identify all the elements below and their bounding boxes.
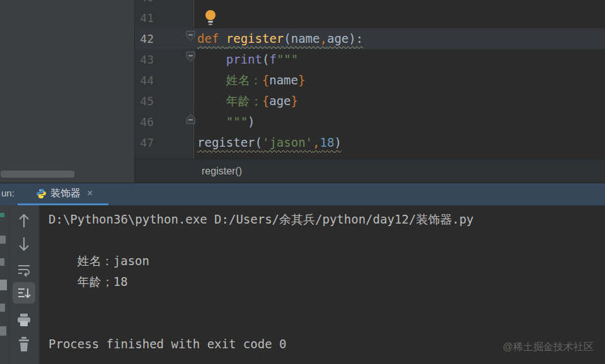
down-stacktrace-button[interactable] bbox=[16, 236, 32, 256]
toolbar-divider bbox=[9, 205, 9, 364]
code-text: 姓名：{name} bbox=[197, 70, 305, 91]
console-toolbar bbox=[0, 205, 39, 364]
soft-wrap-button[interactable] bbox=[16, 262, 32, 280]
settings-icon[interactable] bbox=[0, 304, 5, 312]
run-label: un: bbox=[1, 183, 14, 203]
code-line[interactable]: 43 print(f""" bbox=[135, 49, 605, 70]
code-editor[interactable]: 404142def register(name,age):43 print(f"… bbox=[135, 0, 605, 183]
project-panel bbox=[0, 0, 135, 183]
code-text: def register(name,age): bbox=[197, 28, 363, 49]
stop-icon[interactable] bbox=[0, 236, 6, 244]
line-number[interactable]: 42 bbox=[135, 28, 154, 49]
tab-run-decorator[interactable]: 装饰器 × bbox=[18, 183, 108, 203]
code-line[interactable]: 44 姓名：{name} bbox=[135, 70, 605, 91]
pycharm-window: 404142def register(name,age):43 print(f"… bbox=[0, 0, 605, 364]
code-text: register('jason',18) bbox=[197, 132, 342, 153]
python-icon bbox=[36, 188, 47, 202]
code-line[interactable]: 41 bbox=[135, 8, 605, 28]
rerun-icon[interactable] bbox=[0, 213, 4, 217]
fold-marker-up-icon[interactable] bbox=[185, 113, 197, 128]
watermark: @稀土掘金技术社区 bbox=[503, 341, 594, 354]
intention-bulb-icon[interactable] bbox=[204, 9, 217, 30]
tab-title[interactable]: 装饰器 bbox=[50, 183, 81, 203]
fold-marker-down-icon[interactable] bbox=[185, 50, 197, 65]
line-number[interactable]: 46 bbox=[135, 111, 154, 132]
hide-icon[interactable] bbox=[0, 326, 6, 336]
code-line[interactable]: 45 年龄；{age} bbox=[135, 91, 605, 111]
code-text: 年龄；{age} bbox=[197, 91, 298, 111]
line-number[interactable]: 47 bbox=[135, 132, 154, 153]
run-tool-window-header: un: 装饰器 × bbox=[0, 183, 605, 206]
scroll-to-end-button[interactable] bbox=[16, 286, 32, 304]
horizontal-scrollbar-thumb[interactable] bbox=[1, 171, 74, 178]
code-line[interactable]: 42def register(name,age): bbox=[135, 28, 605, 49]
code-line[interactable]: 46 """) bbox=[135, 111, 605, 132]
pin-icon[interactable] bbox=[0, 280, 7, 290]
console-output[interactable]: D:\Python36\python.exe D:/Users/余其兵/pyth… bbox=[49, 209, 474, 355]
code-line[interactable]: 40 bbox=[135, 0, 605, 8]
line-number[interactable]: 45 bbox=[135, 91, 154, 111]
code-text: """) bbox=[197, 111, 255, 132]
close-icon[interactable]: × bbox=[87, 183, 93, 203]
run-console: D:\Python36\python.exe D:/Users/余其兵/pyth… bbox=[0, 205, 605, 364]
line-number[interactable]: 44 bbox=[135, 70, 154, 91]
code-line[interactable]: 47register('jason',18) bbox=[135, 132, 605, 153]
line-number[interactable]: 41 bbox=[135, 8, 154, 28]
clear-all-button[interactable] bbox=[16, 336, 32, 355]
code-text: print(f""" bbox=[197, 49, 298, 70]
line-number[interactable]: 43 bbox=[135, 49, 154, 70]
editor-hint-bar: register() bbox=[135, 159, 605, 183]
up-stacktrace-button[interactable] bbox=[16, 212, 32, 232]
print-button[interactable] bbox=[16, 312, 32, 330]
line-number[interactable]: 40 bbox=[135, 0, 154, 8]
fold-marker-down-icon[interactable] bbox=[185, 30, 197, 45]
restore-layout-icon[interactable] bbox=[0, 258, 4, 266]
breadcrumb-function[interactable]: register() bbox=[202, 159, 242, 183]
